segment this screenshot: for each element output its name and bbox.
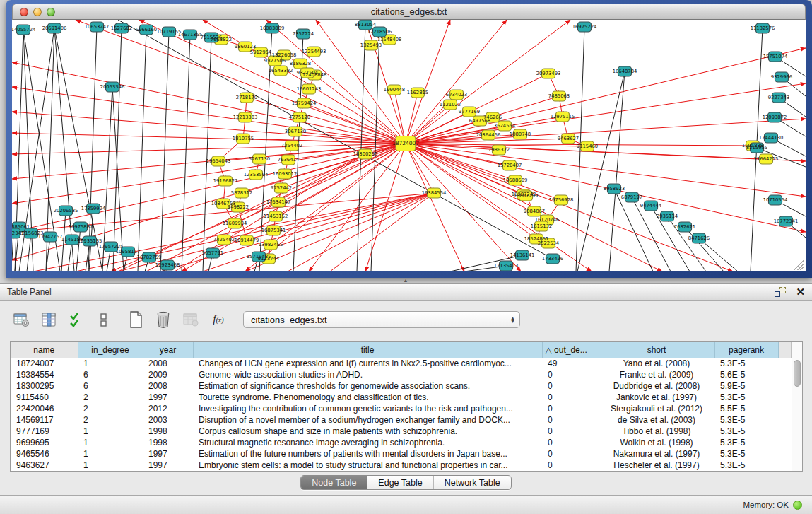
network-window-titlebar[interactable]: citations_edges.txt: [12, 4, 806, 20]
table-cell: 5.3E-5: [714, 358, 778, 369]
graph-node-label: 16648784: [613, 69, 637, 74]
table-row[interactable]: 1872400712008Changes of HCN gene express…: [11, 358, 792, 369]
table-mode-icon[interactable]: [13, 311, 30, 328]
column-header-short[interactable]: short: [599, 342, 714, 358]
table-cell: 1998: [143, 426, 193, 437]
import-table-icon[interactable]: [182, 311, 199, 328]
graph-edge[interactable]: [406, 119, 806, 144]
column-header-name[interactable]: name: [11, 342, 78, 358]
canvas-resize-grip[interactable]: [794, 260, 804, 270]
table-row[interactable]: 911546021997Tourette syndrome. Phenomeno…: [11, 392, 792, 403]
graph-node-label: 8385061: [12, 224, 30, 230]
table-row[interactable]: 946362711997Embryonic stem cells: a mode…: [11, 460, 792, 471]
graph-edge[interactable]: [609, 71, 625, 271]
graph-edge[interactable]: [247, 98, 406, 144]
graph-node-label: 14671355: [178, 32, 203, 37]
graph-node-label: 16093012: [273, 171, 298, 177]
graph-node-label: 19166827: [213, 178, 238, 184]
table-row[interactable]: 946554611997Estimation of the future num…: [11, 448, 792, 460]
graph-node-label: 2718170: [236, 95, 257, 100]
graph-node-label: 7254402: [281, 143, 302, 148]
graph-edge[interactable]: [699, 238, 738, 271]
graph-edge[interactable]: [76, 20, 406, 144]
table-cell: 5.3E-5: [714, 460, 778, 471]
table-header-row[interactable]: namein_degreeyeartitle△ out_de...shortpa…: [11, 342, 792, 358]
graph-node-label: 9498222: [228, 204, 249, 210]
table-row[interactable]: 969969511998Structural magnetic resonanc…: [11, 437, 792, 448]
table-row[interactable]: 977716911998Corpus callosum shape and si…: [11, 426, 792, 437]
table-select-dropdown[interactable]: citations_edges.txt ▲▼: [243, 311, 520, 328]
graph-node-label: 8958923: [604, 186, 625, 192]
table-cell: 1997: [143, 460, 193, 471]
table-row[interactable]: 1938455462009Genome-wide association stu…: [11, 369, 792, 380]
graph-node-label: 16083809: [260, 25, 285, 31]
column-header-year[interactable]: year: [143, 342, 193, 358]
scrollbar-thumb[interactable]: [794, 360, 801, 387]
table-cell: 5.3E-5: [714, 448, 778, 460]
graph-node-label: 10958117: [116, 249, 141, 255]
graph-node-label: 10710554: [763, 197, 788, 203]
tab-edge-table[interactable]: Edge Table: [367, 476, 433, 489]
delete-table-icon[interactable]: [155, 311, 172, 328]
table-cell: 2: [78, 403, 143, 414]
close-window-button[interactable]: [20, 8, 28, 16]
table-panel: Table Panel ✕: [0, 283, 812, 495]
show-columns-icon[interactable]: [40, 311, 57, 328]
column-header-out_de[interactable]: △ out_de...: [542, 342, 599, 358]
graph-node-label: 15720407: [498, 163, 522, 168]
graph-node-label: 3624554: [494, 123, 515, 129]
graph-edge[interactable]: [12, 133, 406, 144]
column-header-in_degree[interactable]: in_degree: [78, 342, 143, 358]
table-cell: Changes of HCN gene expression and I(f) …: [193, 358, 542, 369]
graph-edge[interactable]: [27, 233, 31, 271]
table-cell: 0: [542, 437, 599, 448]
minimize-window-button[interactable]: [33, 8, 42, 16]
tab-node-table[interactable]: Node Table: [301, 476, 367, 489]
table-cell: 18724007: [11, 358, 78, 369]
select-all-icon[interactable]: [68, 311, 85, 328]
window-controls: [20, 8, 55, 16]
graph-node-label: 1733426: [542, 256, 563, 262]
graph-edge[interactable]: [406, 20, 570, 144]
close-panel-icon[interactable]: ✕: [796, 287, 805, 297]
tab-network-table[interactable]: Network Table: [434, 476, 511, 489]
graph-node-label: 19384554: [422, 190, 447, 196]
table-scrollbar[interactable]: [792, 342, 802, 471]
checkbox-list-icon[interactable]: [95, 311, 112, 328]
graph-node-label: 1810755: [233, 136, 254, 141]
table-cell: 2: [78, 414, 143, 426]
table-panel-title: Table Panel: [7, 287, 52, 297]
table-cell: Nakamura et al. (1997): [599, 448, 714, 460]
graph-edge[interactable]: [113, 28, 122, 271]
float-panel-icon[interactable]: [775, 287, 786, 297]
graph-edge[interactable]: [203, 37, 211, 271]
graph-edge[interactable]: [182, 35, 190, 271]
table-row[interactable]: 1830029562008Estimation of significance …: [11, 380, 792, 392]
graph-edge[interactable]: [406, 20, 507, 144]
graph-node-label: 19756928: [549, 197, 574, 203]
table-row[interactable]: 1456911722003Disruption of a novel membe…: [11, 414, 792, 426]
dropdown-arrows-icon: ▲▼: [510, 316, 515, 323]
graph-edge[interactable]: [330, 193, 434, 271]
graph-node-label: 9777169: [459, 109, 480, 115]
network-canvas[interactable]: 1872400718300295193845541162815199044867…: [12, 20, 806, 271]
function-builder-icon[interactable]: f(x): [210, 311, 227, 328]
new-table-icon[interactable]: [127, 311, 144, 328]
table-cell: 18300295: [11, 380, 78, 392]
network-graph[interactable]: 1872400718300295193845541162815199044867…: [12, 20, 806, 271]
graph-node-label: 7986322: [488, 147, 510, 153]
column-header-title[interactable]: title: [193, 342, 542, 358]
zoom-window-button[interactable]: [47, 8, 55, 16]
graph-edge[interactable]: [406, 144, 733, 271]
graph-node-label: 2935114: [657, 214, 678, 219]
graph-edge[interactable]: [160, 32, 169, 271]
column-header-pagerank[interactable]: pagerank: [714, 342, 778, 358]
table-row[interactable]: 2242004622012Investigating the contribut…: [11, 403, 792, 414]
graph-node-label: 8813054: [355, 22, 376, 28]
graph-node-label: 7632621: [674, 224, 695, 230]
graph-node-label: 13982455: [259, 242, 283, 247]
table-cell: Yano et al. (2008): [599, 358, 714, 369]
graph-node-label: 11609934: [223, 221, 247, 226]
graph-edge[interactable]: [76, 227, 81, 271]
graph-node-label: 5267130: [249, 156, 270, 162]
